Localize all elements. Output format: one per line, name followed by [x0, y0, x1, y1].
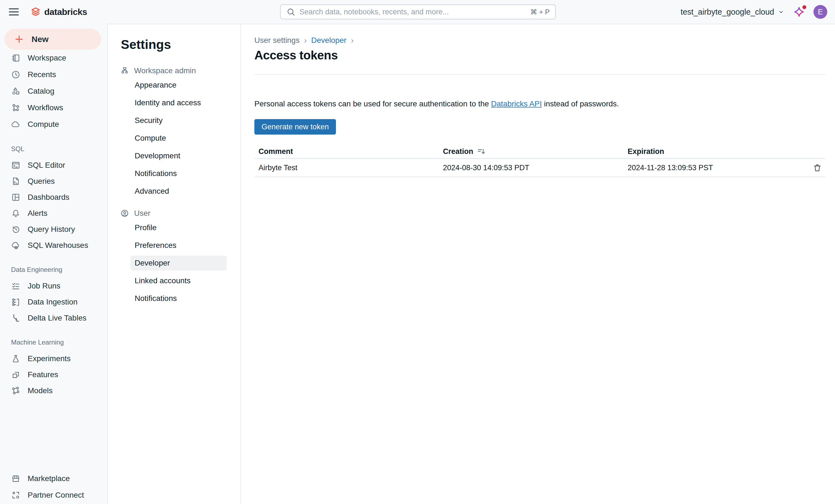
- sidebar-item-dashboards[interactable]: Dashboards: [0, 189, 107, 205]
- settings-item-developer[interactable]: Developer: [108, 254, 241, 272]
- sidebar-item-recents[interactable]: Recents: [0, 66, 107, 83]
- settings-item-compute[interactable]: Compute: [108, 129, 241, 147]
- workflows-icon: [11, 103, 20, 112]
- settings-item-linked-accounts[interactable]: Linked accounts: [108, 272, 241, 290]
- sidebar-item-workflows[interactable]: Workflows: [0, 100, 107, 116]
- sidebar-item-label: Experiments: [28, 354, 71, 363]
- settings-item-development[interactable]: Development: [108, 147, 241, 165]
- hamburger-menu-icon[interactable]: [9, 8, 19, 16]
- search-shortcut: ⌘ + P: [530, 8, 550, 16]
- warehouse-icon: [11, 241, 20, 250]
- breadcrumb-user-settings[interactable]: User settings: [254, 36, 300, 45]
- sidebar-section-machine-learning: Machine Learning: [0, 337, 107, 347]
- settings-group-label: Workspace admin: [134, 66, 196, 75]
- sidebar-item-experiments[interactable]: Experiments: [0, 351, 107, 367]
- sidebar-item-label: SQL Warehouses: [28, 241, 88, 250]
- access-tokens-table: Comment Creation Expiration Airbyte Test…: [254, 145, 825, 177]
- avatar[interactable]: E: [813, 5, 827, 19]
- cell-comment: Airbyte Test: [254, 164, 439, 172]
- workspace-selector[interactable]: test_airbyte_google_cloud: [680, 7, 785, 17]
- sort-descending-icon[interactable]: [477, 147, 486, 155]
- sidebar-item-query-history[interactable]: Query History: [0, 221, 107, 237]
- sidebar-bottom: Marketplace Partner Connect: [0, 466, 107, 503]
- sidebar-item-label: Workspace: [28, 54, 66, 62]
- settings-item-notifications[interactable]: Notifications: [108, 165, 241, 182]
- search-input[interactable]: [300, 8, 526, 16]
- databricks-api-link[interactable]: Databricks API: [491, 100, 542, 108]
- bell-icon: [11, 209, 20, 218]
- plus-icon: [14, 35, 24, 44]
- settings-group-workspace-admin: Workspace admin: [108, 65, 241, 76]
- sidebar-item-label: Queries: [28, 177, 55, 186]
- settings-item-advanced[interactable]: Advanced: [108, 182, 241, 200]
- new-button-label: New: [32, 35, 49, 44]
- description: Personal access tokens can be used for s…: [254, 99, 825, 109]
- marketplace-icon: [11, 474, 20, 483]
- org-chart-icon: [120, 66, 129, 75]
- sidebar-item-workspace[interactable]: Workspace: [0, 50, 107, 66]
- settings-item-profile[interactable]: Profile: [108, 219, 241, 236]
- sidebar-item-sql-editor[interactable]: SQL Editor: [0, 157, 107, 173]
- sidebar-item-label: SQL Editor: [28, 161, 65, 170]
- settings-item-identity-and-access[interactable]: Identity and access: [108, 94, 241, 112]
- sidebar-item-label: Marketplace: [28, 474, 70, 483]
- sidebar-item-catalog[interactable]: Catalog: [0, 83, 107, 100]
- clock-icon: [11, 70, 20, 79]
- sidebar-item-models[interactable]: Models: [0, 383, 107, 399]
- assistant-button[interactable]: [793, 6, 805, 18]
- settings-item-user-notifications[interactable]: Notifications: [108, 290, 241, 307]
- cell-expiration: 2024-11-28 13:09:53 PST: [624, 163, 825, 172]
- sidebar-section-data-engineering: Data Engineering: [0, 265, 107, 275]
- sidebar-item-data-ingestion[interactable]: Data Ingestion: [0, 294, 107, 310]
- settings-item-security[interactable]: Security: [108, 112, 241, 129]
- sidebar-item-job-runs[interactable]: Job Runs: [0, 278, 107, 294]
- workspace-icon: [11, 53, 20, 63]
- sidebar-item-label: Alerts: [28, 209, 47, 218]
- settings-item-preferences[interactable]: Preferences: [108, 236, 241, 254]
- settings-item-appearance[interactable]: Appearance: [108, 76, 241, 94]
- sidebar-item-label: Models: [28, 386, 53, 395]
- sidebar-item-marketplace[interactable]: Marketplace: [0, 470, 107, 487]
- settings-nav-panel: Settings Workspace admin Appearance Iden…: [108, 24, 241, 504]
- breadcrumb-separator: ›: [351, 36, 354, 45]
- sidebar-item-label: Catalog: [28, 87, 55, 96]
- sidebar-item-features[interactable]: Features: [0, 367, 107, 383]
- new-button[interactable]: New: [4, 29, 101, 50]
- delete-token-button[interactable]: [813, 163, 822, 172]
- queries-icon: [11, 176, 20, 186]
- sql-editor-icon: [11, 161, 20, 170]
- generate-new-token-button[interactable]: Generate new token: [254, 119, 336, 134]
- sidebar-item-alerts[interactable]: Alerts: [0, 205, 107, 221]
- sidebar: New Workspace Recents Catalog Workflows …: [0, 24, 108, 504]
- global-search[interactable]: ⌘ + P: [280, 4, 556, 19]
- chevron-down-icon: [777, 8, 785, 16]
- sidebar-item-compute[interactable]: Compute: [0, 116, 107, 133]
- data-ingestion-icon: [11, 297, 20, 307]
- breadcrumb-developer[interactable]: Developer: [311, 36, 346, 45]
- sidebar-item-label: Query History: [28, 225, 75, 234]
- page-title: Access tokens: [254, 48, 825, 62]
- sidebar-item-label: Recents: [28, 70, 56, 79]
- column-header-creation[interactable]: Creation: [439, 147, 624, 156]
- settings-title: Settings: [121, 37, 241, 52]
- sidebar-item-sql-warehouses[interactable]: SQL Warehouses: [0, 237, 107, 253]
- sidebar-item-partner-connect[interactable]: Partner Connect: [0, 487, 107, 503]
- catalog-icon: [11, 86, 20, 96]
- title-divider: [254, 74, 825, 75]
- workspace-name: test_airbyte_google_cloud: [680, 7, 774, 17]
- table-header-row: Comment Creation Expiration: [254, 145, 825, 159]
- logo-wordmark: databricks: [44, 7, 87, 17]
- databricks-logo: databricks: [30, 6, 87, 18]
- sidebar-item-label: Dashboards: [28, 193, 69, 202]
- breadcrumb: User settings › Developer ›: [254, 36, 825, 45]
- sidebar-item-delta-live-tables[interactable]: Delta Live Tables: [0, 310, 107, 326]
- search-icon: [286, 7, 296, 17]
- sidebar-item-queries[interactable]: Queries: [0, 173, 107, 189]
- topbar: databricks ⌘ + P test_airbyte_google_clo…: [0, 0, 835, 24]
- user-icon: [120, 209, 129, 218]
- cloud-icon: [11, 120, 20, 129]
- main-content: User settings › Developer › Access token…: [241, 24, 835, 504]
- column-header-comment: Comment: [254, 147, 439, 156]
- flask-icon: [11, 354, 20, 363]
- delta-live-tables-icon: [11, 313, 20, 323]
